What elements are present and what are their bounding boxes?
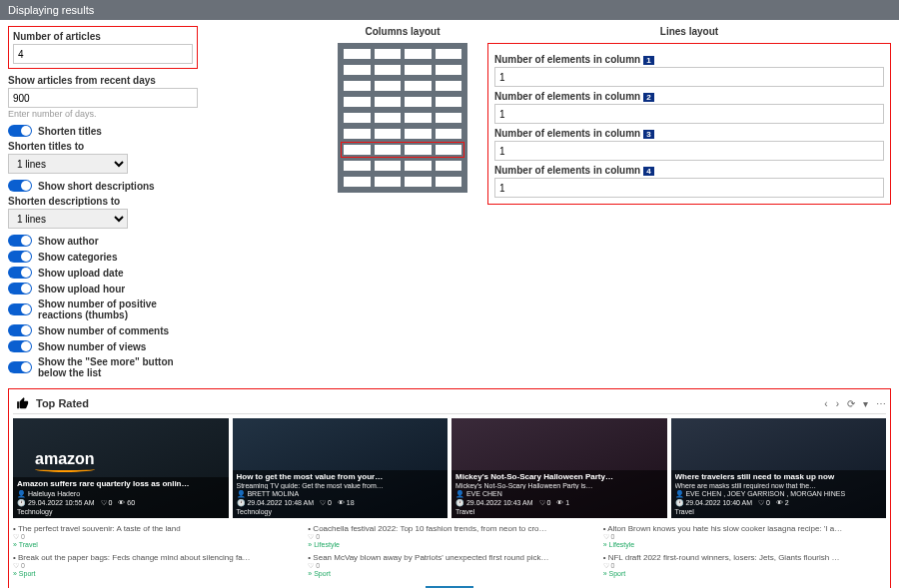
lines-col-4-input[interactable]	[494, 178, 884, 198]
shorten-titles-label: Shorten titles	[38, 126, 102, 137]
columns-layout-column: Columns layout	[338, 26, 467, 382]
shorten-desc-to-select[interactable]: 1 lines	[8, 209, 128, 229]
page-header: Displaying results	[0, 0, 899, 20]
toggle-author[interactable]	[8, 235, 32, 247]
number-of-articles-input[interactable]	[13, 44, 193, 64]
card-2[interactable]: How to get the most value from your… Str…	[233, 418, 449, 518]
list-item[interactable]: • Coachella festival 2022: Top 10 fashio…	[308, 524, 590, 548]
card-1[interactable]: amazon Amazon suffers rare quarterly los…	[13, 418, 229, 518]
toggle-see-more[interactable]	[8, 361, 32, 373]
toggle-comments-label: Show number of comments	[38, 325, 169, 336]
toggle-upload-hour[interactable]	[8, 283, 32, 294]
toggle-thumbs-label: Show number of positive reactions (thumb…	[38, 298, 198, 320]
toggle-see-more-label: Show the "See more" button below the lis…	[38, 356, 198, 378]
toggle-thumbs[interactable]	[8, 303, 32, 315]
preview-list: • The perfect travel souvenir: A taste o…	[13, 524, 886, 582]
preview-title: Top Rated	[36, 397, 89, 409]
lines-layout-box: Number of elements in column1 Number of …	[487, 43, 891, 205]
page-title: Displaying results	[8, 4, 94, 16]
toggle-upload-date[interactable]	[8, 267, 32, 279]
card-4[interactable]: Where travelers still need to mask up no…	[671, 418, 887, 518]
lines-col-2-input[interactable]	[494, 104, 884, 124]
shorten-titles-to-select[interactable]: 1 lines	[8, 154, 128, 174]
recent-days-hint: Enter number of days.	[8, 109, 198, 119]
list-item[interactable]: • Alton Brown knows you hate his slow co…	[603, 524, 886, 548]
columns-layout-grid[interactable]	[338, 43, 467, 193]
next-icon[interactable]: ›	[836, 398, 839, 409]
recent-days-field: Show articles from recent days Enter num…	[8, 75, 198, 119]
thumbs-up-icon	[16, 396, 30, 410]
card-3[interactable]: Mickey's Not-So-Scary Halloween Party… M…	[451, 418, 667, 518]
shorten-titles-toggle[interactable]	[8, 125, 32, 137]
preview-cards: amazon Amazon suffers rare quarterly los…	[13, 418, 886, 518]
preview-panel: Top Rated ‹ › ⟳ ▾ ⋯ amazon Amazon suffer…	[8, 388, 891, 588]
lines-col-1-input[interactable]	[494, 67, 884, 87]
toggle-categories[interactable]	[8, 251, 32, 263]
toggle-views-label: Show number of views	[38, 341, 146, 352]
left-settings-column: Number of articles Show articles from re…	[8, 26, 198, 382]
lines-layout-column: Lines layout Number of elements in colum…	[487, 26, 891, 382]
toggle-comments[interactable]	[8, 324, 32, 336]
refresh-icon[interactable]: ⟳	[847, 398, 855, 409]
recent-days-input[interactable]	[8, 88, 198, 108]
list-item[interactable]: • Break out the paper bags: Feds change …	[13, 553, 296, 577]
toggle-author-label: Show author	[38, 236, 99, 247]
shorten-desc-to-label: Shorten descriptions to	[8, 196, 198, 207]
lines-layout-title: Lines layout	[487, 26, 891, 37]
recent-days-label: Show articles from recent days	[8, 75, 198, 86]
lines-col-3-input[interactable]	[494, 141, 884, 161]
toggle-categories-label: Show categories	[38, 252, 117, 263]
amazon-logo: amazon	[35, 450, 95, 472]
more-icon[interactable]: ⋯	[876, 398, 886, 409]
toggle-upload-date-label: Show upload date	[38, 268, 124, 279]
list-item[interactable]: • Sean McVay blown away by Patriots' une…	[308, 553, 590, 577]
list-item[interactable]: • NFL draft 2022 first-round winners, lo…	[603, 553, 886, 577]
columns-layout-title: Columns layout	[338, 26, 467, 37]
list-item[interactable]: • The perfect travel souvenir: A taste o…	[13, 524, 296, 548]
short-desc-toggle[interactable]	[8, 180, 32, 192]
short-desc-label: Show short descriptions	[38, 181, 155, 192]
number-of-articles-field: Number of articles	[8, 26, 198, 69]
shorten-titles-to-label: Shorten titles to	[8, 141, 198, 152]
toggle-views[interactable]	[8, 340, 32, 352]
number-of-articles-label: Number of articles	[13, 31, 193, 42]
toggle-upload-hour-label: Show upload hour	[38, 284, 125, 294]
menu-icon[interactable]: ▾	[863, 398, 868, 409]
prev-icon[interactable]: ‹	[824, 398, 827, 409]
